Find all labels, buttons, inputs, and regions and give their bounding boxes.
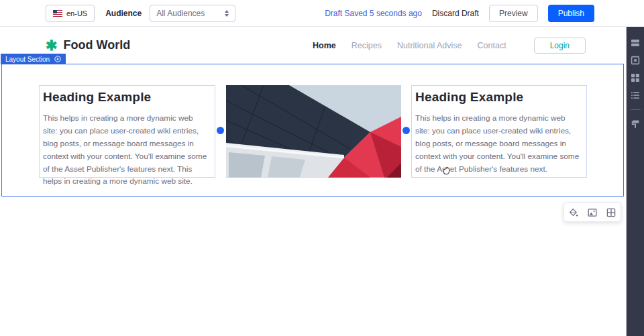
fragment-body[interactable]: This helps in creating a more dynamic we…: [43, 112, 209, 188]
selector-arrows-icon: [225, 10, 229, 17]
editor-sidebar: [626, 27, 644, 336]
look-and-feel-icon[interactable]: [631, 119, 640, 129]
fragment-heading[interactable]: Heading Example: [415, 90, 581, 105]
layout-section-badge-label: Layout Section: [5, 56, 50, 63]
section-floating-toolbar: [564, 203, 621, 222]
column-resize-handle[interactable]: [217, 127, 224, 134]
widget-icon[interactable]: [631, 56, 640, 65]
discard-draft-link[interactable]: Discard Draft: [432, 9, 479, 18]
us-flag-icon: [53, 10, 62, 17]
layout-section-badge: Layout Section: [1, 54, 66, 64]
language-label: en-US: [66, 9, 87, 17]
fragment-heading[interactable]: Heading Example: [43, 90, 209, 105]
publish-button[interactable]: Publish: [548, 5, 594, 22]
draft-status-text: Draft Saved 5 seconds ago: [325, 9, 422, 18]
audience-label: Audience: [105, 9, 142, 18]
text-fragment-left[interactable]: Heading Example This helps in creating a…: [39, 85, 215, 178]
nav-item-contact[interactable]: Contact: [478, 41, 506, 50]
text-fragment-right[interactable]: Heading Example This helps in creating a…: [411, 85, 587, 178]
nav-item-nutritional-advise[interactable]: Nutritional Advise: [397, 41, 462, 50]
nav-item-home[interactable]: Home: [313, 41, 336, 50]
editor-control-bar: en-US Audience All Audiences Draft Saved…: [0, 0, 644, 27]
preview-button[interactable]: Preview: [489, 5, 538, 22]
language-selector-button[interactable]: en-US: [46, 5, 95, 22]
fragments-icon[interactable]: [631, 73, 640, 82]
fill-color-icon[interactable]: [569, 208, 578, 217]
audience-select-value: All Audiences: [156, 9, 205, 18]
site-brand-name: Food World: [64, 38, 131, 52]
control-bar-actions: Draft Saved 5 seconds ago Discard Draft …: [325, 5, 594, 22]
login-button[interactable]: Login: [534, 38, 586, 54]
nav-item-recipes[interactable]: Recipes: [352, 41, 382, 50]
asterisk-logo-icon: ✱: [46, 38, 58, 52]
sidebar-divider: [631, 109, 641, 110]
column-resize-handle[interactable]: [402, 127, 410, 134]
audience-select[interactable]: All Audiences: [150, 5, 235, 22]
fragment-body[interactable]: This helps in creating a more dynamic we…: [415, 112, 581, 175]
background-image-icon[interactable]: [588, 208, 597, 217]
architecture-photo: [226, 85, 401, 178]
sections-icon[interactable]: [631, 38, 640, 48]
page-structure-icon[interactable]: [631, 91, 640, 100]
circle-x-icon[interactable]: [54, 56, 61, 62]
site-header: ✱ Food World Home Recipes Nutritional Ad…: [0, 27, 626, 64]
selected-layout-section[interactable]: Layout Section Heading Example This help…: [1, 64, 624, 197]
site-brand: ✱ Food World: [46, 38, 130, 52]
image-fragment[interactable]: [226, 85, 401, 178]
site-nav: Home Recipes Nutritional Advise Contact …: [313, 38, 586, 54]
layout-grid-icon[interactable]: [606, 208, 616, 217]
